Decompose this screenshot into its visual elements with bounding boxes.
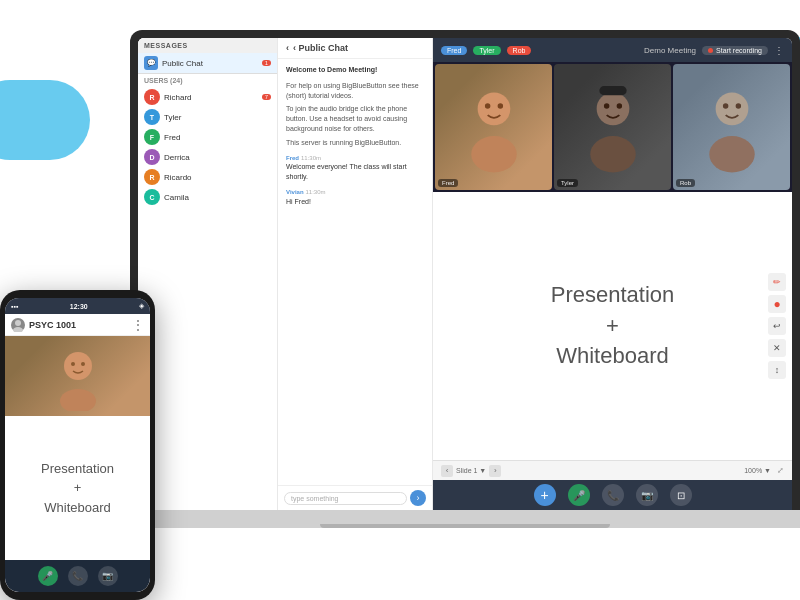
whiteboard-area: Presentation + Whiteboard ✏ ● ↩ ✕ ↕ [433,192,792,460]
bbb-application: MESSAGES 💬 Public Chat 1 USERS (24) R Ri… [138,38,792,510]
svg-point-1 [13,327,23,332]
svg-point-7 [471,136,516,172]
user-name-ricardo: Ricardo [164,173,192,182]
video-name-fred: Fred [438,179,458,187]
video-person-rob-svg [692,77,772,177]
user-badge-richard: 7 [262,94,271,100]
svg-point-3 [60,389,96,411]
laptop-screen: MESSAGES 💬 Public Chat 1 USERS (24) R Ri… [138,38,792,510]
mic-button[interactable]: 🎤 [568,484,590,506]
record-dot-icon [708,48,713,53]
meeting-title: Demo Meeting [644,46,696,55]
phone-whiteboard: Presentation + Whiteboard [5,416,150,560]
messages-header: MESSAGES [138,38,277,53]
svg-point-12 [603,103,608,108]
svg-point-13 [616,103,621,108]
fullscreen-button[interactable]: ⤢ [777,466,784,475]
video-cell-rob: Rob [673,64,790,190]
chat-send-button[interactable]: › [410,490,426,506]
main-content: Fred Tyler Rob Demo Meeting Start record… [433,38,792,510]
svg-point-15 [715,92,748,125]
phone-phone-button[interactable]: 📞 [68,566,88,586]
phone-status-bar: ▪▪▪ 12:30 ◈ [5,298,150,314]
svg-rect-14 [599,86,626,95]
user-name-tyler: Tyler [164,113,181,122]
user-chip-tyler: Tyler [473,46,500,55]
svg-point-10 [596,92,629,125]
public-chat-icon: 💬 [144,56,158,70]
cloud-left-decoration [0,80,90,160]
phone-whiteboard-text: Presentation + Whiteboard [41,459,114,518]
svg-point-11 [590,136,635,172]
laptop-base [103,510,800,528]
user-item-ricardo: R Ricardo [138,167,277,187]
svg-point-9 [497,103,502,108]
user-item-derrica: D Derrica [138,147,277,167]
user-item-camila: C Camila [138,187,277,207]
pencil-tool-button[interactable]: ✏ [768,273,786,291]
user-name-derrica: Derrica [164,153,190,162]
avatar-fred: F [144,129,160,145]
chat-audio-info: To join the audio bridge click the phone… [286,104,424,133]
public-chat-item[interactable]: 💬 Public Chat 1 [138,53,277,74]
chat-input[interactable]: type something [284,492,407,505]
user-name-richard: Richard [164,93,192,102]
video-grid: Fred Tyler [433,62,792,192]
user-item-richard: R Richard 7 [138,87,277,107]
action-bar: + 🎤 📞 📷 ⊡ [433,480,792,510]
video-cell-fred: Fred [435,64,552,190]
whiteboard-toolbar: ✏ ● ↩ ✕ ↕ [768,273,786,379]
chat-back-icon: ‹ [286,43,289,53]
avatar-derrica: D [144,149,160,165]
circle-tool-button[interactable]: ● [768,295,786,313]
video-name-rob: Rob [676,179,695,187]
top-bar-menu-icon[interactable]: ⋮ [774,45,784,56]
chat-header-label: ‹ Public Chat [293,43,348,53]
clear-tool-button[interactable]: ✕ [768,339,786,357]
share-screen-button[interactable]: ⊡ [670,484,692,506]
phone-video-feed [5,336,150,416]
phone-device: ▪▪▪ 12:30 ◈ PSYC 1001 ⋮ [0,290,155,600]
svg-point-18 [735,103,740,108]
video-person-fred-svg [454,77,534,177]
svg-point-16 [709,136,754,172]
user-name-fred: Fred [164,133,180,142]
chat-input-area: type something › [278,485,432,510]
slide-navigation: ‹ Slide 1 ▼ › [441,465,501,477]
chat-message-fred: Fred 11:30m Welcome everyone! The class … [286,153,424,182]
user-item-fred: F Fred [138,127,277,147]
resize-tool-button[interactable]: ↕ [768,361,786,379]
start-recording-button[interactable]: Start recording [702,46,768,55]
chat-message-vivian: Vivian 11:30m Hi Fred! [286,187,424,207]
prev-slide-button[interactable]: ‹ [441,465,453,477]
chat-messages: Welcome to Demo Meeting! For help on usi… [278,59,432,485]
phone-signal-icon: ▪▪▪ [11,303,18,310]
chat-intro: For help on using BigBlueButton see thes… [286,81,424,101]
undo-tool-button[interactable]: ↩ [768,317,786,335]
phone-title: PSYC 1001 [29,320,128,330]
add-content-button[interactable]: + [534,484,556,506]
phone-button[interactable]: 📞 [602,484,624,506]
phone-action-bar: 🎤 📞 📷 [5,560,150,592]
whiteboard-text: Presentation + Whiteboard [551,280,675,372]
public-chat-label: Public Chat [162,59,203,68]
slide-bar: ‹ Slide 1 ▼ › 100% ▼ ⤢ [433,460,792,480]
left-panel: MESSAGES 💬 Public Chat 1 USERS (24) R Ri… [138,38,278,510]
camera-button[interactable]: 📷 [636,484,658,506]
avatar-ricardo: R [144,169,160,185]
phone-time: 12:30 [70,303,88,310]
phone-menu-icon[interactable]: ⋮ [132,318,144,332]
avatar-tyler: T [144,109,160,125]
laptop-device: MESSAGES 💬 Public Chat 1 USERS (24) R Ri… [130,30,800,600]
svg-point-6 [477,92,510,125]
svg-point-2 [64,352,92,380]
next-slide-button[interactable]: › [489,465,501,477]
slide-info: Slide 1 ▼ [456,467,486,474]
user-item-tyler: T Tyler [138,107,277,127]
phone-mic-button[interactable]: 🎤 [38,566,58,586]
video-cell-tyler: Tyler [554,64,671,190]
video-name-tyler: Tyler [557,179,578,187]
avatar-camila: C [144,189,160,205]
laptop-screen-outer: MESSAGES 💬 Public Chat 1 USERS (24) R Ri… [130,30,800,510]
phone-camera-button[interactable]: 📷 [98,566,118,586]
